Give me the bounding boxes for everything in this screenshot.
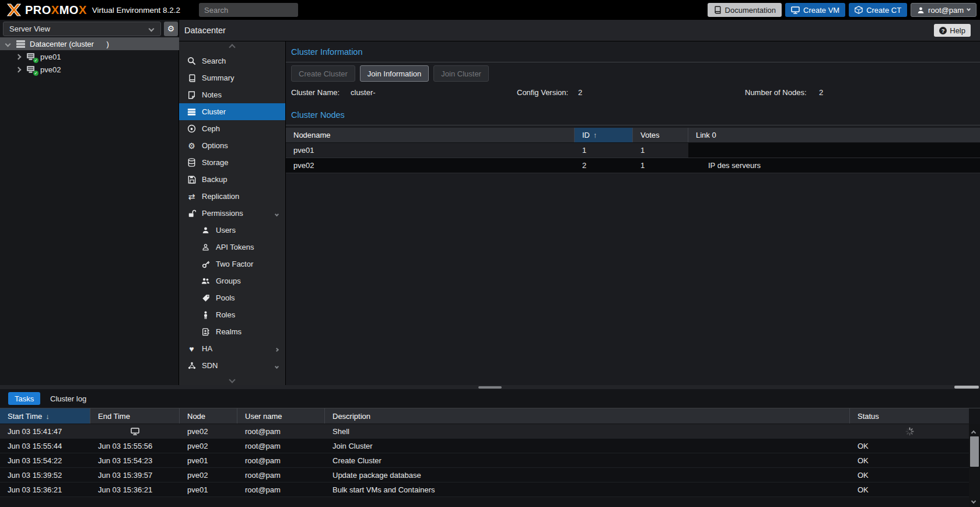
expand-icon[interactable] [16,54,22,60]
expand-icon[interactable] [5,41,11,47]
panel-splitter[interactable] [0,385,980,389]
chevron-down-icon [275,209,278,218]
tab-cluster-log[interactable]: Cluster log [44,392,93,405]
column-header-node[interactable]: Node [180,408,237,424]
cluster-summary-fields: Cluster Name: cluster- Config Version: 2… [286,88,980,99]
nav-item-label: Search [202,57,226,65]
cluster-panel: Cluster Information Create Cluster Join … [286,41,980,389]
nav-item-pools[interactable]: Pools [179,289,285,306]
version-text: Virtual Environment 8.2.2 [92,6,180,15]
task-row[interactable]: Jun 03 15:54:22 Jun 03 15:54:23 pve01 ro… [0,453,969,468]
create-ct-label: Create CT [866,6,901,15]
nav-item-realms[interactable]: Realms [179,323,285,340]
help-button[interactable]: ? Help [934,24,971,37]
join-information-button[interactable]: Join Information [360,65,429,82]
tasks-table-header: Start Time↓ End Time Node User name Desc… [0,408,969,424]
column-header-description[interactable]: Description [325,408,850,424]
nav-item-groups[interactable]: Groups [179,272,285,289]
topbar: PROXMOX Virtual Environment 8.2.2 Docume… [0,0,980,20]
tree-item-pve02[interactable]: ✓ pve02 [0,63,179,76]
create-cluster-button[interactable]: Create Cluster [291,65,355,82]
tree-item-datacenter[interactable]: Datacenter (cluster ) [0,37,179,50]
replication-icon: ⇄ [187,192,197,201]
content-header: Datacenter ? Help [179,20,980,41]
nav-item-ha[interactable]: ♥ HA [179,340,285,357]
task-row[interactable]: Jun 03 15:36:21 Jun 03 15:36:21 pve01 ro… [0,482,969,497]
tree-settings-button[interactable]: ⚙ [164,22,178,36]
column-header-id[interactable]: ID↑ [575,128,633,142]
column-header-start-time[interactable]: Start Time↓ [0,408,90,424]
chevron-down-icon [967,7,971,11]
nav-item-permissions[interactable]: Permissions [179,205,285,222]
status-cell: OK [850,482,969,496]
tab-tasks[interactable]: Tasks [8,392,40,405]
user-menu-button[interactable]: root@pam [911,3,977,17]
scrollbar-thumb[interactable] [970,436,979,467]
link0-cell: IP des serveurs [688,158,980,173]
nav-item-ceph[interactable]: Ceph [179,120,285,137]
tree-item-label: pve01 [40,53,61,61]
documentation-button[interactable]: Documentation [708,3,782,17]
tasks-scrollbar[interactable] [969,424,980,507]
tree-item-label: pve02 [40,65,61,74]
task-row[interactable]: Jun 03 15:39:52 Jun 03 15:39:57 pve02 ro… [0,468,969,482]
expand-icon[interactable] [16,67,22,72]
nav-item-backup[interactable]: Backup [179,171,285,188]
global-search-input[interactable] [199,3,298,17]
cluster-node-row[interactable]: pve01 1 1 [286,143,980,158]
nav-item-sdn[interactable]: SDN [179,357,285,374]
link0-cell [688,143,980,158]
task-row[interactable]: Jun 03 15:55:44 Jun 03 15:55:56 pve02 ro… [0,439,969,453]
column-header-status[interactable]: Status [850,408,969,424]
nav-item-roles[interactable]: Roles [179,306,285,323]
scroll-up-arrow[interactable] [972,428,975,436]
status-cell [850,424,969,438]
column-header-link0[interactable]: Link 0 [688,128,980,142]
nav-item-summary[interactable]: Summary [179,69,285,86]
nav-item-storage[interactable]: Storage [179,154,285,171]
nav-item-label: Users [216,226,236,235]
create-vm-button[interactable]: Create VM [785,3,845,17]
column-header-user-name[interactable]: User name [237,408,325,424]
column-header-nodename[interactable]: Nodename [286,128,575,142]
proxmox-app: PROXMOX Virtual Environment 8.2.2 Docume… [0,0,980,507]
nav-item-label: SDN [202,361,218,370]
chevron-right-icon [275,344,278,353]
sort-desc-icon: ↓ [46,412,50,421]
join-cluster-button[interactable]: Join Cluster [433,65,489,82]
user-cell: root@pam [237,439,325,453]
id-cell: 1 [575,143,633,158]
datacenter-nav-panel: Search Summary Notes Cluster Ceph ⚙ Opti… [179,41,286,389]
create-ct-button[interactable]: Create CT [849,3,907,17]
nav-item-notes[interactable]: Notes [179,86,285,103]
cluster-toolbar: Create Cluster Join Information Join Clu… [286,62,980,84]
nav-item-api-tokens[interactable]: API Tokens [179,239,285,256]
nav-item-search[interactable]: Search [179,53,285,69]
resource-tree-sidebar: Server View ⚙ Datacenter (cluster ) ✓ pv [0,20,179,389]
user-cell: root@pam [237,468,325,482]
node-cell: pve01 [180,482,237,496]
nav-scroll-down[interactable] [179,374,285,385]
nav-item-two-factor[interactable]: Two Factor [179,256,285,272]
column-header-end-time[interactable]: End Time [90,408,180,424]
column-header-votes[interactable]: Votes [633,128,688,142]
user-cell: root@pam [237,453,325,467]
splitter-handle[interactable] [478,386,502,389]
scroll-down-arrow[interactable] [972,496,975,505]
address-book-icon [201,327,211,337]
cluster-information-title: Cluster Information [286,41,980,62]
view-selector[interactable]: Server View [3,22,161,36]
nodename-cell: pve01 [286,143,575,158]
nav-item-replication[interactable]: ⇄ Replication [179,188,285,205]
nav-item-options[interactable]: ⚙ Options [179,137,285,154]
nav-item-cluster[interactable]: Cluster [179,103,285,120]
nav-scroll-up[interactable] [179,41,285,53]
cluster-node-row[interactable]: pve02 2 1 IP des serveurs [286,158,980,173]
task-row[interactable]: Jun 03 15:41:47 pve02 root@pam Shell [0,424,969,439]
end-time-cell: Jun 03 15:39:57 [90,468,180,482]
nav-item-users[interactable]: Users [179,222,285,239]
tree-item-pve01[interactable]: ✓ pve01 [0,50,179,63]
end-time-cell: Jun 03 15:55:56 [90,439,180,453]
chevron-up-icon [229,44,235,50]
console-icon [131,428,139,435]
